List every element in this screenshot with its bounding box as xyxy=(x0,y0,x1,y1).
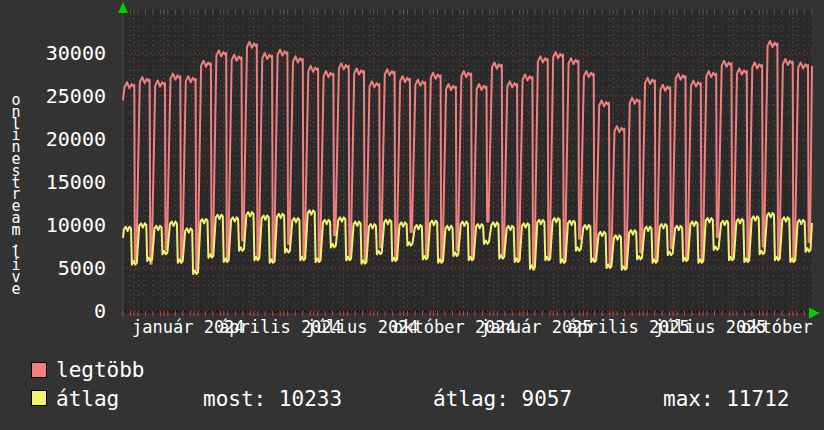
legend-label-atlag: átlag xyxy=(56,389,119,410)
legend-swatch-atlag xyxy=(31,390,47,406)
vertical-axis-title: onlinestream.live xyxy=(4,95,28,296)
y-axis-label: 10000 xyxy=(36,215,106,235)
plot-area xyxy=(115,0,824,330)
up-arrow-icon xyxy=(118,2,128,13)
y-axis-label: 5000 xyxy=(36,258,106,278)
stat-most: most: 10233 xyxy=(203,389,342,410)
legend-swatch-legtobb xyxy=(31,362,47,378)
legend-label-legtobb: legtöbb xyxy=(56,360,145,381)
y-axis-label: 15000 xyxy=(36,172,106,192)
y-axis-label: 25000 xyxy=(36,86,106,106)
graph-canvas: { "colors": { "background": "#333333", "… xyxy=(0,0,824,430)
y-axis-label: 20000 xyxy=(36,129,106,149)
y-axis-label: 30000 xyxy=(36,43,106,63)
stat-max: max: 11712 xyxy=(663,389,789,410)
x-axis-label: október 2025 xyxy=(741,319,824,337)
y-axis-label: 0 xyxy=(36,301,106,321)
vertical-title-char: e xyxy=(4,284,28,296)
stat-atlag: átlag: 9057 xyxy=(433,389,572,410)
